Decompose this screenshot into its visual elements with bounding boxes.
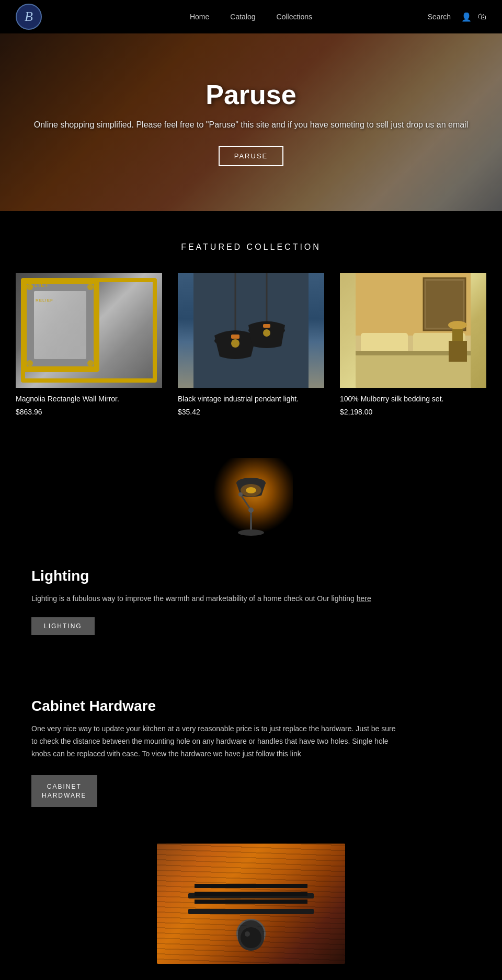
cabinet-title: Cabinet Hardware bbox=[31, 698, 471, 714]
product-image-pendant bbox=[178, 273, 324, 388]
products-grid: RELIEF Magnolia Rectangle Wall Mirror. $… bbox=[16, 273, 486, 416]
product-price-0: $863.96 bbox=[16, 408, 162, 416]
nav-home[interactable]: Home bbox=[190, 13, 209, 21]
product-card-pendant[interactable]: Black vintage industrial pendant light. … bbox=[178, 273, 324, 416]
cart-icon[interactable]: 🛍 bbox=[478, 12, 486, 21]
header: B Home Catalog Collections Search 👤 🛍 bbox=[0, 0, 502, 33]
product-card-bedding[interactable]: 100% Mulberry silk bedding set. $2,198.0… bbox=[340, 273, 486, 416]
svg-text:RELIEF: RELIEF bbox=[36, 298, 53, 303]
hero-title: Paruse bbox=[34, 79, 468, 110]
svg-point-39 bbox=[238, 529, 264, 536]
product-price-1: $35.42 bbox=[178, 408, 324, 416]
search-link[interactable]: Search bbox=[428, 13, 451, 21]
svg-rect-22 bbox=[426, 281, 463, 328]
header-icons: 👤 🛍 bbox=[461, 12, 486, 22]
hero-subtitle: Online shopping simplified. Please feel … bbox=[34, 119, 468, 131]
svg-point-5 bbox=[87, 360, 94, 366]
svg-rect-17 bbox=[231, 335, 239, 339]
cabinet-image-section bbox=[0, 828, 502, 964]
svg-point-29 bbox=[448, 321, 467, 329]
svg-point-3 bbox=[87, 284, 94, 290]
hero-section: Paruse Online shopping simplified. Pleas… bbox=[0, 33, 502, 211]
nav-catalog[interactable]: Catalog bbox=[230, 13, 255, 21]
svg-point-15 bbox=[231, 339, 239, 348]
lighting-button[interactable]: LIGHTING bbox=[31, 617, 95, 635]
svg-point-46 bbox=[241, 927, 261, 948]
product-name-2: 100% Mulberry silk bedding set. bbox=[340, 394, 486, 405]
lamp-section bbox=[0, 437, 502, 552]
svg-rect-43 bbox=[188, 893, 314, 898]
logo[interactable]: B bbox=[16, 4, 42, 30]
product-name-1: Black vintage industrial pendant light. bbox=[178, 394, 324, 405]
person-icon[interactable]: 👤 bbox=[461, 12, 472, 22]
svg-point-41 bbox=[238, 492, 243, 497]
lighting-link[interactable]: here bbox=[357, 594, 371, 603]
svg-point-16 bbox=[263, 329, 270, 337]
svg-rect-18 bbox=[263, 324, 270, 328]
svg-point-2 bbox=[27, 284, 33, 290]
hero-button[interactable]: PARUSE bbox=[219, 146, 284, 166]
product-card-mirror[interactable]: RELIEF Magnolia Rectangle Wall Mirror. $… bbox=[16, 273, 162, 416]
svg-rect-44 bbox=[188, 909, 314, 914]
product-image-bedding bbox=[340, 273, 486, 388]
lighting-text: Lighting is a fubulous way to improve th… bbox=[31, 593, 471, 605]
header-right: Search 👤 🛍 bbox=[428, 12, 486, 22]
product-name-0: Magnolia Rectangle Wall Mirror. bbox=[16, 394, 162, 405]
lighting-section: Lighting Lighting is a fubulous way to i… bbox=[0, 552, 502, 667]
product-image-mirror: RELIEF bbox=[16, 273, 162, 388]
product-price-2: $2,198.00 bbox=[340, 408, 486, 416]
hero-content: Paruse Online shopping simplified. Pleas… bbox=[3, 79, 499, 166]
cabinet-section: Cabinet Hardware One very nice way to up… bbox=[0, 666, 502, 828]
lamp-image bbox=[209, 458, 293, 541]
cabinet-button[interactable]: CABINETHARDWARE bbox=[31, 775, 97, 808]
svg-point-4 bbox=[27, 360, 33, 366]
nav-collections[interactable]: Collections bbox=[277, 13, 312, 21]
cabinet-text: One very nice way to update your kitchen… bbox=[31, 723, 397, 760]
lighting-title: Lighting bbox=[31, 568, 471, 584]
svg-rect-30 bbox=[449, 341, 467, 362]
cabinet-image bbox=[157, 844, 345, 964]
logo-icon: B bbox=[16, 4, 42, 30]
featured-section: FEATURED COLLECTION bbox=[0, 211, 502, 437]
svg-point-40 bbox=[248, 508, 254, 513]
featured-title: FEATURED COLLECTION bbox=[16, 243, 486, 252]
main-nav: Home Catalog Collections bbox=[190, 13, 312, 21]
svg-point-47 bbox=[245, 931, 250, 937]
svg-point-38 bbox=[241, 484, 261, 497]
